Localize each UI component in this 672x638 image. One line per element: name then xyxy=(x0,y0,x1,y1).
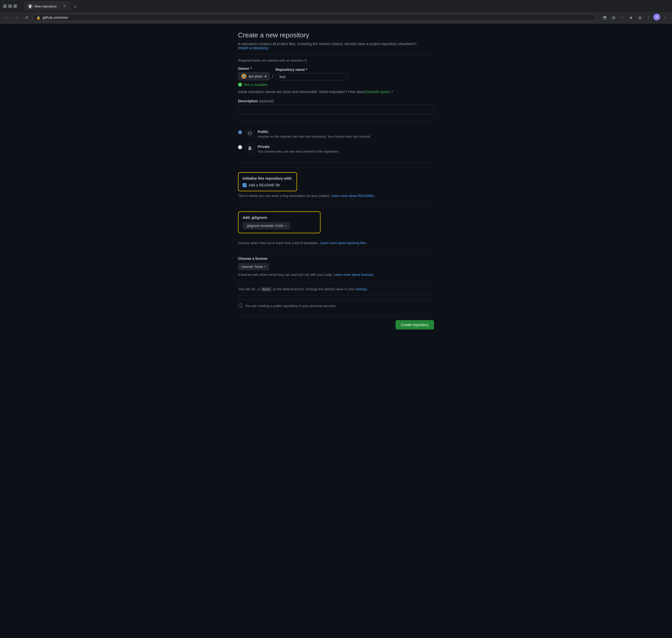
branch-icon: ⎇ xyxy=(256,287,261,291)
page-content: Create a new repository A repository con… xyxy=(0,23,672,638)
divider-5 xyxy=(238,250,434,250)
public-icon xyxy=(246,129,254,137)
license-desc: A license tells others what they can and… xyxy=(238,273,434,276)
new-tab-button[interactable]: + xyxy=(72,3,79,11)
forward-button[interactable]: → xyxy=(13,14,20,21)
readme-checkbox[interactable] xyxy=(243,183,247,187)
public-account-note: i You are creating a public repository i… xyxy=(238,300,434,312)
close-button[interactable]: ✕ xyxy=(13,4,17,8)
info-icon: i xyxy=(238,303,243,308)
page-wrapper: — □ ✕ New repository ✕ + ← xyxy=(0,0,672,638)
toolbar-icons: ⬒ ⊞ ↑ ★ ⊕ ⋮ A ⋮ xyxy=(601,14,669,21)
gitignore-dropdown[interactable]: .gitignore template: Kotlin ▾ xyxy=(243,222,290,229)
private-radio[interactable] xyxy=(238,145,242,149)
maximize-button[interactable]: □ xyxy=(8,4,12,8)
availability-message: ✓ Test is available. xyxy=(238,83,434,87)
settings-link[interactable]: settings xyxy=(356,287,367,291)
translate-icon[interactable]: ⊞ xyxy=(610,14,617,21)
back-button[interactable]: ← xyxy=(3,14,10,21)
public-radio[interactable] xyxy=(238,130,242,134)
title-bar: — □ ✕ New repository ✕ + xyxy=(0,0,672,12)
screen-icon[interactable]: ⬒ xyxy=(601,14,609,21)
owner-field-group: Owner * 🌐 ars-yeon ▾ xyxy=(238,67,270,80)
tab-close-button[interactable]: ✕ xyxy=(62,4,67,9)
private-icon xyxy=(246,144,254,152)
url-bar[interactable]: 🔒 github.com/new xyxy=(32,14,596,21)
gitignore-title: Add .gitignore xyxy=(243,216,316,220)
window-controls: — □ ✕ xyxy=(3,4,17,8)
import-repo-link[interactable]: Import a repository. xyxy=(238,46,269,50)
init-section: Initialize this repository with: Add a R… xyxy=(238,172,297,191)
tab-favicon xyxy=(28,4,32,8)
profile-avatar[interactable]: A xyxy=(653,14,660,20)
subtitle: A repository contains all project files,… xyxy=(238,42,434,50)
owner-name: ars-yeon xyxy=(249,74,263,78)
readme-learn-more-link[interactable]: Learn more about READMEs. xyxy=(331,194,375,198)
public-text: Public Anyone on the internet can see th… xyxy=(258,130,371,138)
menu-icon[interactable]: ⋮ xyxy=(645,14,652,21)
tab-title: New repository xyxy=(34,4,57,8)
gitignore-section: Add .gitignore .gitignore template: Kotl… xyxy=(238,212,321,233)
license-title: Choose a license xyxy=(238,256,434,261)
license-dropdown[interactable]: License: None ▾ xyxy=(238,263,269,270)
readme-checkbox-row: Add a README file xyxy=(243,183,292,187)
browser-chrome: — □ ✕ New repository ✕ + ← xyxy=(0,0,672,23)
repo-name-field-group: Repository name * xyxy=(276,68,348,80)
init-section-title: Initialize this repository with: xyxy=(243,176,292,181)
form-container: Create a new repository A repository con… xyxy=(238,31,434,623)
divider-3 xyxy=(238,163,434,163)
public-option[interactable]: Public Anyone on the internet can see th… xyxy=(238,127,434,141)
create-repository-button[interactable]: Create repository xyxy=(396,320,434,330)
bookmark-icon[interactable]: ★ xyxy=(627,14,635,21)
gitignore-learn-more-link[interactable]: Learn more about ignoring files. xyxy=(320,241,367,245)
visibility-section: Public Anyone on the internet can see th… xyxy=(238,127,434,156)
gitignore-desc: Choose which files not to track from a l… xyxy=(238,241,434,245)
inspiration-text: Great repository names are short and mem… xyxy=(238,90,434,94)
slash-separator: / xyxy=(272,74,273,80)
description-label: Description (optional) xyxy=(238,99,434,103)
license-dropdown-arrow: ▾ xyxy=(264,265,266,268)
suggestion-link[interactable]: bookish-spoon xyxy=(366,90,390,94)
address-bar: ← → ↺ 🔒 github.com/new ⬒ ⊞ ↑ ★ ⊕ ⋮ A ⋮ xyxy=(0,12,672,23)
license-label: License: None xyxy=(241,265,263,269)
submit-row: Create repository xyxy=(238,316,434,330)
owner-select[interactable]: 🌐 ars-yeon ▾ xyxy=(238,72,270,80)
required-note: Required fields are marked with an aster… xyxy=(238,58,434,62)
more-icon[interactable]: ⋮ xyxy=(661,14,669,21)
repo-name-label: Repository name * xyxy=(276,68,348,72)
license-section: Choose a license License: None ▾ A licen… xyxy=(238,256,434,276)
repo-name-input[interactable] xyxy=(276,73,348,80)
divider-2 xyxy=(238,120,434,120)
license-learn-more-link[interactable]: Learn more about licenses. xyxy=(334,273,374,276)
page-title: Create a new repository xyxy=(238,31,434,39)
branch-name: main xyxy=(261,287,272,291)
url-text: github.com/new xyxy=(43,15,68,20)
branch-info: This will set ⎇ main as the default bran… xyxy=(238,287,434,291)
owner-label: Owner * xyxy=(238,67,270,71)
reload-button[interactable]: ↺ xyxy=(23,14,30,21)
owner-avatar: 🌐 xyxy=(241,74,247,79)
description-input[interactable] xyxy=(238,105,434,114)
active-tab[interactable]: New repository ✕ xyxy=(24,2,71,11)
divider-1 xyxy=(238,54,434,54)
private-text: Private You choose who can see and commi… xyxy=(258,145,339,153)
gitignore-template-label: .gitignore template: Kotlin xyxy=(246,224,284,228)
description-field-group: Description (optional) xyxy=(238,99,434,114)
owner-dropdown-arrow: ▾ xyxy=(265,74,266,78)
minimize-button[interactable]: — xyxy=(3,4,7,8)
divider-7 xyxy=(238,295,434,296)
readme-desc: This is where you can write a long descr… xyxy=(238,194,434,198)
tab-bar: New repository ✕ + xyxy=(21,2,82,11)
lock-icon: 🔒 xyxy=(36,16,40,20)
private-option[interactable]: Private You choose who can see and commi… xyxy=(238,141,434,156)
check-circle-icon: ✓ xyxy=(238,83,242,87)
owner-repo-row: Owner * 🌐 ars-yeon ▾ / Repository name * xyxy=(238,67,434,80)
readme-label: Add a README file xyxy=(249,183,280,187)
share-icon[interactable]: ↑ xyxy=(618,14,626,21)
gitignore-dropdown-arrow: ▾ xyxy=(285,224,287,227)
divider-4 xyxy=(238,202,434,202)
extension-icon[interactable]: ⊕ xyxy=(636,14,644,21)
